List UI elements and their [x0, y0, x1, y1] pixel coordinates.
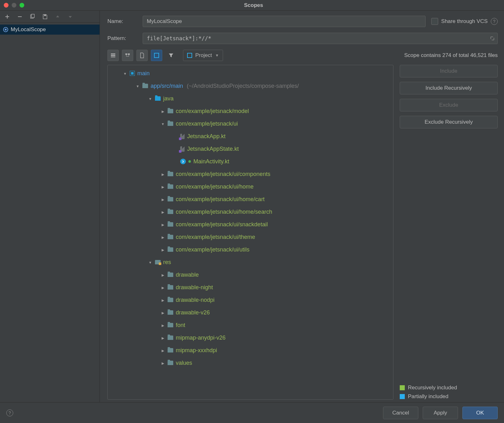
- dialog-help-icon[interactable]: ?: [6, 409, 13, 416]
- flatten-packages-button[interactable]: [107, 50, 119, 61]
- tree-label: com/example/jetsnack/ui/home: [176, 183, 254, 190]
- chevron-right-icon[interactable]: [161, 185, 165, 189]
- tree-row[interactable]: MainActivity.kt: [108, 155, 393, 168]
- tree-label: res: [163, 259, 171, 266]
- folder-icon: [168, 172, 173, 176]
- tree-row[interactable]: com/example/jetsnack/ui/home: [108, 180, 393, 193]
- chevron-right-icon[interactable]: [161, 109, 165, 114]
- move-up-button: [54, 13, 62, 21]
- folder-icon: [168, 184, 173, 189]
- folder-icon: [168, 323, 173, 327]
- chevron-right-icon[interactable]: [161, 235, 165, 240]
- ok-button[interactable]: OK: [462, 407, 498, 419]
- include-recursively-button[interactable]: Include Recursively: [400, 82, 498, 94]
- folder-icon: [142, 84, 148, 88]
- folder-icon: [168, 121, 173, 126]
- tree-row[interactable]: JetsnackApp.kt: [108, 130, 393, 143]
- chevron-right-icon[interactable]: [161, 285, 165, 290]
- legend-swatch-partial: [400, 394, 405, 399]
- tree-label: com/example/jetsnack/ui/utils: [176, 246, 249, 253]
- tree-row[interactable]: com/example/jetsnack/ui: [108, 117, 393, 130]
- tree-row[interactable]: drawable-v26: [108, 306, 393, 319]
- save-scope-button[interactable]: [41, 13, 49, 21]
- tree-row[interactable]: com/example/jetsnack/ui/home/search: [108, 206, 393, 218]
- tree-row[interactable]: app/src/main(~/AndroidStudioProjects/com…: [108, 80, 393, 92]
- filter-button[interactable]: [165, 50, 177, 61]
- tree-label: java: [163, 95, 174, 102]
- tree-row[interactable]: drawable: [108, 268, 393, 281]
- tree-row[interactable]: drawable-nodpi: [108, 294, 393, 306]
- source-folder-icon: [155, 96, 161, 101]
- cancel-button[interactable]: Cancel: [383, 407, 418, 419]
- chevron-right-icon[interactable]: [161, 298, 165, 302]
- tree-row[interactable]: com/example/jetsnack/ui/theme: [108, 231, 393, 243]
- chevron-right-icon[interactable]: [161, 223, 165, 227]
- tree-label: JetsnackAppState.kt: [187, 146, 239, 152]
- pattern-input[interactable]: [143, 33, 498, 44]
- compact-packages-button[interactable]: [122, 50, 133, 61]
- scope-item-mylocalscope[interactable]: MyLocalScope: [0, 25, 100, 35]
- chevron-down-icon[interactable]: [161, 122, 165, 126]
- titlebar: Scopes: [0, 0, 504, 11]
- apply-button[interactable]: Apply: [423, 407, 458, 419]
- copy-scope-button[interactable]: [28, 13, 37, 21]
- res-folder-icon: [155, 260, 161, 264]
- tree-row[interactable]: JetsnackAppState.kt: [108, 143, 393, 155]
- chevron-down-icon[interactable]: [123, 71, 127, 76]
- chevron-right-icon[interactable]: [161, 197, 165, 202]
- chevron-right-icon[interactable]: [161, 273, 165, 277]
- tree-row[interactable]: mipmap-xxxhdpi: [108, 344, 393, 357]
- tree-row[interactable]: com/example/jetsnack/ui/home/cart: [108, 193, 393, 206]
- chevron-right-icon[interactable]: [161, 336, 165, 340]
- chevron-down-icon[interactable]: [148, 97, 152, 101]
- folder-icon: [168, 273, 173, 277]
- project-icon: [187, 53, 192, 58]
- tree-row[interactable]: main: [108, 67, 393, 80]
- tree-label: com/example/jetsnack/ui/home/search: [176, 209, 272, 215]
- share-vcs-label: Share through VCS: [441, 18, 488, 25]
- remove-scope-button[interactable]: [16, 13, 24, 21]
- svg-rect-7: [128, 54, 130, 55]
- tree-row[interactable]: com/example/jetsnack/model: [108, 105, 393, 117]
- tree-label: values: [176, 360, 192, 366]
- tree-row[interactable]: mipmap-anydpi-v26: [108, 331, 393, 344]
- tree-label: drawable-v26: [176, 309, 210, 316]
- legend: Recursively included Partially included: [400, 385, 498, 400]
- include-button[interactable]: Include: [400, 65, 498, 77]
- share-vcs-checkbox[interactable]: [431, 18, 438, 25]
- exclude-recursively-button[interactable]: Exclude Recursively: [400, 116, 498, 128]
- tree-row[interactable]: com/example/jetsnack/ui/components: [108, 168, 393, 180]
- tree-row[interactable]: com/example/jetsnack/ui/utils: [108, 243, 393, 256]
- name-input[interactable]: [143, 16, 426, 27]
- svg-rect-5: [111, 57, 115, 57]
- add-scope-button[interactable]: [3, 13, 11, 21]
- tree-row[interactable]: values: [108, 357, 393, 369]
- chevron-down-icon[interactable]: [148, 260, 152, 265]
- scope-tree[interactable]: mainapp/src/main(~/AndroidStudioProjects…: [107, 65, 393, 400]
- move-down-button: [66, 13, 74, 21]
- folder-icon: [168, 336, 173, 340]
- tree-label: main: [137, 70, 150, 77]
- tree-row[interactable]: java: [108, 92, 393, 105]
- exclude-button[interactable]: Exclude: [400, 99, 498, 111]
- scope-type-combo[interactable]: Project ▼: [183, 50, 223, 61]
- tree-label: font: [176, 322, 185, 329]
- tree-row[interactable]: drawable-night: [108, 281, 393, 294]
- chevron-right-icon[interactable]: [161, 361, 165, 365]
- tree-row[interactable]: com/example/jetsnack/ui/snackdetail: [108, 218, 393, 231]
- tree-label: com/example/jetsnack/ui/snackdetail: [176, 221, 268, 228]
- chevron-right-icon[interactable]: [161, 323, 165, 328]
- help-icon[interactable]: ?: [491, 18, 498, 25]
- svg-rect-4: [111, 55, 115, 56]
- group-by-scope-type-button[interactable]: [151, 50, 162, 61]
- show-files-button[interactable]: [136, 50, 148, 61]
- chevron-right-icon[interactable]: [161, 311, 165, 315]
- chevron-right-icon[interactable]: [161, 348, 165, 353]
- chevron-right-icon[interactable]: [161, 248, 165, 252]
- tree-row[interactable]: res: [108, 256, 393, 268]
- chevron-right-icon[interactable]: [161, 172, 165, 177]
- chevron-down-icon[interactable]: [135, 84, 140, 88]
- tree-row[interactable]: font: [108, 319, 393, 331]
- chevron-down-icon: ▼: [215, 53, 219, 58]
- chevron-right-icon[interactable]: [161, 210, 165, 214]
